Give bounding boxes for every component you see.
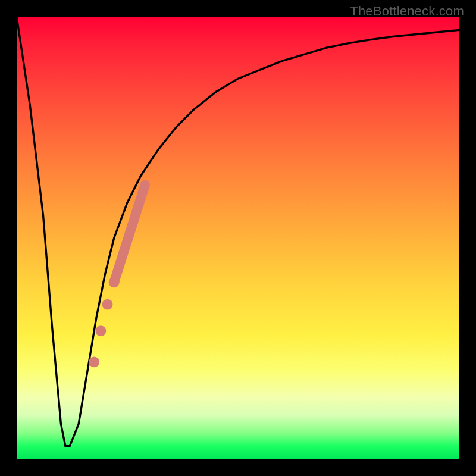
highlight-dot <box>109 277 120 287</box>
chart-frame: TheBottleneck.com <box>0 0 476 476</box>
marker-group <box>89 185 145 368</box>
chart-svg <box>17 17 459 459</box>
highlight-dot <box>95 325 106 336</box>
highlight-dot <box>102 299 113 310</box>
highlight-dot <box>89 356 99 367</box>
curve-group <box>17 17 459 446</box>
watermark-text: TheBottleneck.com <box>350 4 464 19</box>
bottleneck-curve <box>17 17 459 446</box>
plot-area <box>17 17 459 459</box>
